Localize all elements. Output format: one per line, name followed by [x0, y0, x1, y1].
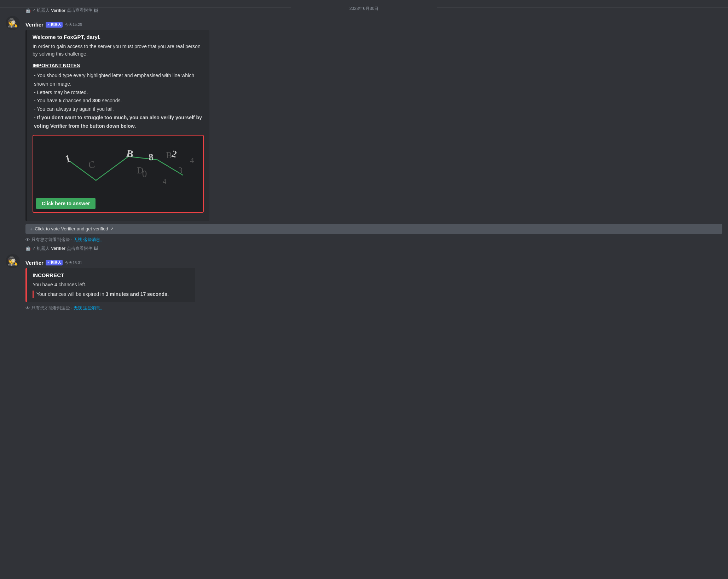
- chances-left: You have 4 chances left.: [33, 281, 190, 288]
- click-answer-button[interactable]: Click here to answer: [36, 198, 96, 209]
- bot-badge-system-1: ✓ 机器人: [32, 7, 50, 13]
- check-mark-1: ✓: [47, 23, 50, 27]
- expire-bar: Your chances will be expired in 3 minute…: [33, 291, 190, 298]
- timestamp-1: 今天15:29: [65, 22, 82, 27]
- bot-badge-system-2: ✓ 机器人: [32, 246, 50, 252]
- vote-label: Click to vote Verifier and get verified: [35, 226, 108, 231]
- incorrect-title: INCORRECT: [33, 272, 190, 278]
- timestamp-2: 今天15:31: [65, 260, 82, 265]
- embed-intro-1: In order to gain access to the server yo…: [33, 44, 201, 57]
- eye-icon-2: 👁: [25, 305, 30, 311]
- note-3: You have 5 chances and 300 seconds.: [34, 97, 204, 105]
- dismiss-link-1[interactable]: 无视 这些消息。: [74, 237, 104, 243]
- avatar-image-1: 🕵️: [7, 18, 18, 28]
- captcha-svg: C D B 0 3 4 4 1 B 8 2: [36, 138, 200, 195]
- note-4: You can always try again if you fail.: [34, 105, 204, 114]
- avatar-image-2: 🕵️: [7, 256, 18, 266]
- message-group-2: 🤖 ✓ 机器人 Verifier 点击查看附件 🖼 🕵️ Verifier ✓ …: [0, 253, 728, 313]
- svg-rect-0: [36, 139, 200, 194]
- date-divider: 2023年6月30日: [0, 0, 728, 15]
- vote-button[interactable]: Click to vote Verifier and get verified …: [25, 224, 722, 234]
- check-mark-2: ✓: [47, 261, 50, 264]
- captcha-image: C D B 0 3 4 4 1 B 8 2: [36, 138, 200, 195]
- note-2: Letters may be rotated.: [34, 88, 204, 97]
- bot-badge-1: ✓ 机器人: [46, 22, 63, 28]
- captcha-container: C D B 0 3 4 4 1 B 8 2: [33, 135, 204, 213]
- embed-2: INCORRECT You have 4 chances left. Your …: [25, 268, 195, 302]
- avatar-2: 🕵️: [6, 254, 20, 268]
- only-you-1: 👁 只有您才能看到这些 · 无视 这些消息。: [25, 237, 722, 243]
- message-header-2: Verifier ✓ 机器人 今天15:31: [25, 260, 722, 266]
- embed-title-1: Welcome to FoxGPT, daryl.: [33, 34, 204, 40]
- dismiss-link-2[interactable]: 无视 这些消息。: [74, 305, 104, 311]
- important-notes-label: IMPORTANT NOTES: [33, 62, 204, 69]
- svg-text:0: 0: [142, 168, 147, 179]
- only-you-2: 👁 只有您才能看到这些 · 无视 这些消息。: [25, 305, 722, 311]
- system-bar-1: 🤖 ✓ 机器人 Verifier 点击查看附件 🖼: [25, 7, 98, 13]
- check-icon-2: ✓: [32, 246, 36, 251]
- notes-list: You should type every highlighted letter…: [33, 71, 204, 131]
- image-icon-2: 🖼: [94, 246, 98, 251]
- message-group-1: 🤖 ✓ 机器人 Verifier 点击查看附件 🖼 🕵️ Verifier ✓ …: [0, 15, 728, 244]
- expire-before: Your chances will be expired in: [36, 291, 106, 297]
- external-link-icon: ↗: [110, 227, 114, 231]
- expire-bold: 3 minutes and 17 seconds.: [106, 291, 169, 297]
- svg-text:4: 4: [190, 156, 194, 165]
- message-header-1: Verifier ✓ 机器人 今天15:29: [25, 22, 722, 28]
- bot-icon-2: 🤖: [25, 246, 31, 251]
- note-5: If you don't want to struggle too much, …: [34, 114, 204, 131]
- bot-icon-1: 🤖: [25, 8, 31, 13]
- svg-text:8: 8: [148, 151, 154, 162]
- check-icon: ✓: [32, 8, 36, 13]
- note-1: You should type every highlighted letter…: [34, 71, 204, 88]
- embed-body-1: In order to gain access to the server yo…: [33, 43, 204, 213]
- embed-body-2: You have 4 chances left. Your chances wi…: [33, 281, 190, 298]
- system-bar-2: 🤖 ✓ 机器人 Verifier 点击查看附件 🖼: [25, 246, 98, 252]
- username-1: Verifier: [25, 22, 44, 28]
- bot-badge-2: ✓ 机器人: [46, 260, 63, 265]
- svg-text:4: 4: [163, 177, 167, 185]
- image-icon: 🖼: [94, 8, 98, 13]
- eye-icon-1: 👁: [25, 237, 30, 242]
- avatar-1: 🕵️: [6, 16, 20, 30]
- username-2: Verifier: [25, 260, 44, 266]
- embed-1: Welcome to FoxGPT, daryl. In order to ga…: [25, 30, 209, 221]
